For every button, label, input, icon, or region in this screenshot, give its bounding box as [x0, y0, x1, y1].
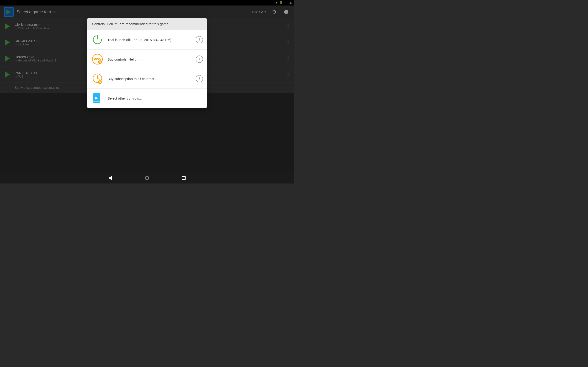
modal-option-select-other[interactable]: Select other controls... [87, 89, 207, 108]
power-icon [91, 33, 104, 46]
modal-header-text: Controls `Helium` are recommended for th… [92, 22, 170, 26]
clock-dollar-icon: $ [91, 72, 104, 85]
buy-controls-info-button[interactable]: i [196, 56, 203, 63]
svg-line-9 [97, 78, 99, 79]
svg-text:$: $ [99, 81, 101, 83]
modal-overlay: Controls `Helium` are recommended for th… [0, 0, 294, 184]
buy-controls-label: Buy controls `Helium`... [107, 57, 196, 61]
modal-option-buy-controls[interactable]: $ Buy controls `Helium`... i [87, 50, 207, 69]
modal-dialog: Controls `Helium` are recommended for th… [87, 18, 207, 108]
select-other-label: Select other controls... [107, 96, 203, 100]
recent-button[interactable] [179, 173, 188, 183]
trial-info-button[interactable]: i [196, 36, 203, 43]
buy-subscription-info-button[interactable]: i [196, 75, 203, 82]
recent-icon [182, 176, 186, 180]
svg-text:$: $ [99, 61, 101, 64]
modal-header: Controls `Helium` are recommended for th… [87, 18, 207, 30]
arrow-icon [91, 92, 104, 105]
modal-option-trial[interactable]: Trial launch (till Feb 22, 2015 8:42:48 … [87, 30, 207, 50]
trial-label: Trial launch (till Feb 22, 2015 8:42:48 … [107, 38, 196, 42]
home-button[interactable] [142, 173, 152, 183]
modal-option-buy-subscription[interactable]: $ Buy subscription to all controls... i [87, 69, 207, 89]
back-icon [108, 176, 112, 180]
back-button[interactable] [106, 173, 115, 183]
buy-subscription-label: Buy subscription to all controls... [107, 77, 196, 81]
infinity-dollar-icon: $ [91, 53, 104, 66]
home-icon [145, 176, 149, 180]
nav-bar [0, 173, 294, 184]
